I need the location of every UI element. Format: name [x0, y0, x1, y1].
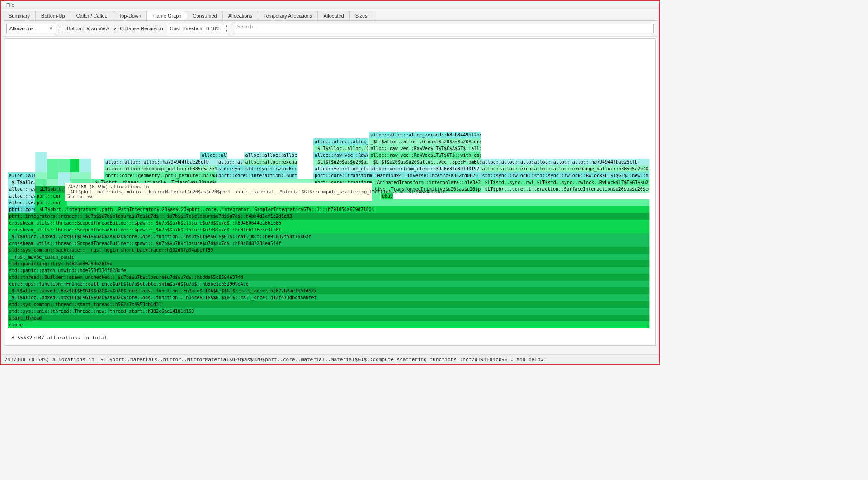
search-input[interactable]: Search... [234, 24, 654, 33]
tab-temporary-allocations[interactable]: Temporary Allocations [258, 11, 318, 20]
flame-frame[interactable] [58, 159, 70, 165]
tab-allocated[interactable]: Allocated [317, 11, 349, 20]
spinner-up-icon[interactable]: ▲ [223, 24, 230, 28]
flame-frame[interactable]: alloc::raw [8, 193, 35, 199]
flame-frame[interactable]: alloc::raw_vec::RawVe [313, 152, 369, 159]
flame-frame[interactable] [35, 172, 47, 179]
flame-frame[interactable]: core::ops::function::FnOnce::call_once$u… [8, 281, 650, 287]
flame-frame[interactable]: std::panicking::try::h482ac30a5db2816d [8, 260, 650, 267]
tab-sizes[interactable]: Sizes [349, 11, 373, 20]
flame-frame[interactable]: std::sys_common::thread::start_thread::h… [8, 301, 650, 308]
menu-file[interactable]: File [4, 1, 17, 9]
flame-frame[interactable]: alloc::raw_vec::RawVec$LT$T$GT$::with_ca… [369, 152, 481, 159]
data-source-select[interactable]: Allocations ▼ [6, 24, 56, 33]
tab-flame-graph[interactable]: Flame Graph [146, 11, 187, 20]
tooltip-line1: 7437188 (8.69%) allocations in [67, 184, 369, 189]
flame-frame[interactable]: _$LT$T$u20$as$u20$alloc..vec..SpecFromEl… [369, 159, 481, 165]
flame-frame[interactable] [58, 165, 70, 172]
flame-frame[interactable]: pbrt::cor [35, 199, 67, 206]
flame-frame[interactable]: alloc::alloc::alloc::ha794944fbae26cfb [533, 159, 650, 165]
flame-frame[interactable]: std::sync::rwlock::Rw [244, 165, 298, 172]
flame-frame[interactable]: alloc::vec [8, 199, 35, 206]
flame-frame[interactable]: _$LT$allo… [8, 179, 35, 186]
flame-frame[interactable]: clone [8, 321, 650, 328]
flame-frame[interactable] [70, 159, 80, 165]
tab-caller-callee[interactable]: Caller / Callee [71, 11, 113, 20]
flame-frame[interactable] [35, 165, 47, 172]
flame-frame[interactable] [35, 152, 47, 159]
flame-frame[interactable] [35, 159, 47, 165]
tab-summary[interactable]: Summary [3, 11, 36, 20]
flame-frame[interactable]: alloc::alloc::exchange_malloc::h385e5a7e… [533, 165, 650, 172]
flame-frame[interactable]: alloc::alloc::exchang [244, 159, 298, 165]
flame-frame[interactable]: alloc::alloc::exchang [481, 165, 533, 172]
tab-consumed[interactable]: Consumed [187, 11, 222, 20]
flame-frame[interactable] [70, 172, 91, 179]
flame-frame[interactable]: _$LT$alloc..alloc..Gl [313, 145, 369, 152]
flame-frame[interactable]: _$LT$pbrt..core..interaction..SurfaceInt… [481, 186, 650, 193]
flame-frame[interactable]: _$LT$pbrt..integrators..path..PathIntegr… [35, 206, 650, 213]
flame-frame[interactable]: alloc::alloc::alloc_z [313, 138, 369, 145]
flame-frame[interactable]: alloc::alloc::alloc:: [481, 159, 533, 165]
flame-frame[interactable]: __rust_maybe_catch_panic [8, 254, 650, 260]
bottom-down-checkbox[interactable]: Bottom-Down View [60, 26, 109, 31]
data-source-value: Allocations [9, 26, 33, 31]
flame-frame[interactable]: _$LT$std..sync..rwloc [481, 179, 533, 186]
flame-frame[interactable]: std::thread::Builder::spawn_unchecked::_… [8, 274, 650, 281]
flame-frame[interactable]: _$LT$alloc..boxed..Box$LT$F$GT$$u20$as$u… [8, 233, 650, 240]
tab-top-down[interactable]: Top-Down [113, 11, 147, 20]
flame-frame[interactable]: alloc::alloc::alloc_zeroed::h8ab3449bf2b… [369, 132, 481, 138]
flame-frame[interactable]: alloc::all [217, 159, 244, 165]
flame-frame[interactable]: pbrt::core [8, 206, 35, 213]
flame-frame[interactable] [80, 159, 91, 165]
collapse-recursion-checkbox[interactable]: ✔ Collapse Recursion [113, 26, 163, 31]
flame-frame[interactable]: std::sync::rwlock::Rw [481, 172, 533, 179]
flame-frame[interactable]: pbrt::core::interaction::Surface [217, 172, 298, 179]
tab-bottom-up[interactable]: Bottom-Up [35, 11, 71, 20]
statusbar: 7437188 (8.69%) allocations in _$LT$pbrt… [1, 354, 659, 364]
flame-frame[interactable]: start_thread [8, 315, 650, 321]
flame-graph-canvas[interactable]: clonestart_threadstd::sys::unix::thread:… [5, 38, 656, 346]
flame-frame[interactable]: alloc::alloc::exchange_malloc::h385e5a7e… [104, 165, 217, 172]
menubar: File [1, 1, 659, 9]
flame-frame[interactable] [80, 165, 91, 172]
flame-frame[interactable]: alloc::all [200, 152, 227, 159]
flame-frame[interactable]: std::sync::rwlock::RwLock$LT$T$GT$::new:… [533, 172, 650, 179]
flame-frame[interactable]: std::sys::unix::thread::Thread::new::thr… [8, 308, 650, 315]
flame-frame[interactable]: alloc::raw [8, 186, 35, 193]
flame-frame[interactable] [58, 172, 70, 179]
flame-frame[interactable] [47, 159, 59, 165]
flame-frame[interactable]: alloc::all [8, 172, 35, 179]
flame-frame[interactable]: _$LT$alloc..boxed..Box$LT$F$GT$$u20$as$u… [8, 287, 650, 294]
flame-frame[interactable]: std::panic::catch_unwind::hde753f134f828… [8, 267, 650, 274]
flame-frame[interactable]: alloc::raw_vec::RawVec$LT$T$C$A$GT$::all… [369, 145, 481, 152]
flame-frame[interactable]: crossbeam_utils::thread::ScopedThreadBui… [8, 226, 650, 233]
tabs: SummaryBottom-UpCaller / CalleeTop-DownF… [3, 11, 657, 21]
flame-frame[interactable] [47, 179, 59, 186]
tooltip-line2: _$LT$pbrt..materials..mirror..MirrorMate… [67, 189, 369, 194]
cost-threshold-spinner[interactable]: Cost Threshold: 0.10% ▲ ▼ [167, 24, 231, 33]
flame-frame[interactable]: pbrt::cor [35, 193, 67, 199]
flame-frame[interactable]: _$LT$std..sync..rwlock..RwLock$LT$T$GT$$… [533, 179, 650, 186]
flame-frame[interactable]: crossbeam_utils::thread::ScopedThreadBui… [8, 220, 650, 226]
flame-frame[interactable]: alloc::vec::from_elem [313, 165, 369, 172]
spinner-down-icon[interactable]: ▼ [223, 28, 230, 33]
flame-frame[interactable]: _$LT$alloc..alloc..Global$u20$as$u20$cor… [369, 138, 481, 145]
flame-frame[interactable]: crossbeam_utils::thread::ScopedThreadBui… [8, 240, 650, 247]
flame-frame[interactable]: std::sync: [217, 165, 244, 172]
flame-frame[interactable]: _$LT$T$u20$as$u20$a… [313, 159, 369, 165]
flame-frame[interactable]: _$LT$alloc..boxed..Box$LT$F$GT$$u20$as$u… [8, 294, 650, 301]
flame-frame[interactable]: alloc::alloc::alloc::ha794944fbae26cfb [104, 159, 217, 165]
flame-frame[interactable]: pbrt::integrators::render::_$u7b$$u7b$cl… [8, 213, 650, 220]
flame-frame[interactable]: std::sys_common::backtrace::__rust_begin… [8, 247, 650, 254]
flame-frame[interactable] [35, 179, 47, 186]
flame-frame[interactable] [47, 172, 59, 179]
flame-frame[interactable] [47, 165, 59, 172]
flame-frame[interactable]: alloc::alloc::alloc:: [244, 152, 298, 159]
total-allocations: 8.55632e+07 allocations in total [11, 335, 107, 341]
flame-frame[interactable]: alloc::vec::from_elem::h39a6e8fe8df40197 [369, 165, 481, 172]
flame-frame[interactable] [70, 165, 80, 172]
flame-frame[interactable]: pbrt::core::transform::Matrix4x4::invers… [313, 172, 481, 179]
flame-frame[interactable]: pbrt::core::geometry::pnt3_permute::hc7a… [104, 172, 217, 179]
tab-allocations[interactable]: Allocations [222, 11, 258, 20]
